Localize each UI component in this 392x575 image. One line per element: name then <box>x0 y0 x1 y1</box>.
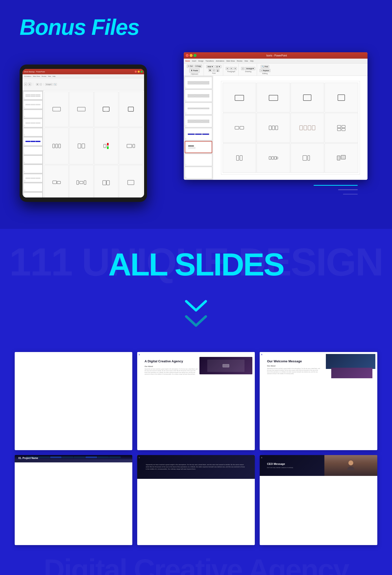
tablet-cell-4 <box>119 92 143 127</box>
slides-preview-section: 1 About Us. <box>0 347 392 575</box>
slide-welcome-subtitle: Our About <box>267 365 321 367</box>
slide-thumb-1[interactable]: 1 <box>185 77 212 89</box>
ceo-face-placeholder <box>324 455 377 476</box>
agency-image-bg <box>199 357 252 374</box>
ppt-window: × − + Isoris - PowerPoint Home Insert De… <box>184 52 368 180</box>
slide-thumb-7[interactable]: 7 <box>185 154 212 166</box>
svg-rect-9 <box>300 126 303 130</box>
font-select[interactable]: Arial ▼ <box>206 65 214 68</box>
slide-preview-5: 5 Apparently we have reached a great ins… <box>137 455 255 545</box>
find-btn[interactable]: 🔍 Find <box>261 65 269 69</box>
slide-agency-title: A Digital Creative Agency <box>145 359 198 363</box>
ribbon-tab-slideshow[interactable]: Slide Show <box>226 60 235 62</box>
tablet-slide-9[interactable]: 9 <box>23 165 43 173</box>
tablet-tab-animations[interactable]: Animations <box>24 75 31 77</box>
font-size[interactable]: 12 ▼ <box>215 65 221 68</box>
tablet-arrange-btn[interactable]: Arrange▼ <box>45 83 53 86</box>
copy-btn[interactable]: ⎘ Copy <box>194 65 202 68</box>
align-center[interactable]: ≡ <box>230 67 233 70</box>
slide-thumb-6-selected[interactable]: ▓▓▓▓▓▓▓▓ ▒▒▒▒▒▒▒▒▒▒▒▒▒▒ ▒▒▒▒▒▒▒▒▒▒▒▒▒▒ 6 <box>185 141 212 153</box>
ribbon-tab-help[interactable]: Help <box>250 60 253 62</box>
tablet-slide-6[interactable]: 6 <box>23 137 43 145</box>
svg-rect-5 <box>240 126 244 129</box>
tablet-tab-help[interactable]: Help <box>52 75 55 77</box>
tablet-tab-review[interactable]: Review <box>42 75 46 77</box>
chevron-double-down <box>184 300 208 328</box>
deco-line-gray-2 <box>343 194 358 194</box>
tablet-italic-btn[interactable]: I <box>40 83 42 86</box>
paste-btn[interactable]: ⬇ Paste <box>189 69 200 72</box>
ppt-title: Isoris - PowerPoint <box>196 54 357 57</box>
tablet-tab-view[interactable]: View <box>48 75 51 77</box>
tablet-slide-12[interactable]: 12 <box>23 192 43 197</box>
tablet-slide-4[interactable]: 4 <box>23 119 43 127</box>
chevron-v-2 <box>184 315 208 328</box>
ribbon-tab-view[interactable]: View <box>244 60 248 62</box>
arrange-btn[interactable]: Arrange▼ <box>245 67 255 70</box>
slide-3-number: 5 <box>261 354 262 356</box>
tablet-bold-btn[interactable]: B <box>36 83 39 86</box>
tablet-close[interactable] <box>135 71 137 72</box>
ribbon-tab-home[interactable]: Home <box>185 60 190 62</box>
ribbon-tab-insert[interactable]: Insert <box>192 60 196 62</box>
align-right[interactable]: ≡ <box>234 67 237 70</box>
ppt-main-content: 1 2 3 <box>184 76 368 180</box>
tablet-slide-1[interactable]: 1 <box>23 91 43 100</box>
svg-rect-38 <box>104 144 106 148</box>
slide-thumb-3[interactable]: 3 <box>185 102 212 115</box>
replace-btn[interactable]: ↔ Replace <box>260 69 270 72</box>
ribbon-tab-design[interactable]: Design <box>198 60 204 62</box>
underline-btn[interactable]: U <box>216 69 219 72</box>
ribbon-tab-animations[interactable]: Animations <box>216 60 224 62</box>
slide-agency-text-area: A Digital Creative Agency Our About Appa… <box>141 356 202 380</box>
tablet-slide-2[interactable]: 2 <box>23 100 43 109</box>
tablet-min[interactable] <box>138 71 140 72</box>
key-4 <box>74 456 85 458</box>
svg-rect-30 <box>103 107 109 111</box>
tablet-find-btn[interactable]: 🔍 <box>53 83 57 86</box>
cut-btn[interactable]: ✂ Cut <box>187 65 194 68</box>
minimize-button[interactable]: − <box>190 54 193 57</box>
slide-preview-6-inner: 6 CEO Message Don't ever stop; maintain … <box>260 455 377 542</box>
tablet-slide-10[interactable]: 10 <box>23 174 43 182</box>
svg-rect-46 <box>80 181 83 184</box>
ppt-slides-panel[interactable]: 1 2 3 <box>184 76 213 180</box>
tablet-device: Diroic Backup - PowerPoint Animations Sl… <box>20 65 147 202</box>
tablet-tab-slideshow[interactable]: Slide Show <box>33 75 40 77</box>
tablet-slides-panel[interactable]: 1 2 3 <box>22 91 43 197</box>
slide-welcome-content: 5 Our Welcome Message Our About Apparent… <box>260 352 377 382</box>
ppt-titlebar: × − + Isoris - PowerPoint <box>184 52 368 59</box>
tablet-slide-5[interactable]: 5 <box>23 128 43 136</box>
ppt-main-slide-area[interactable] <box>213 76 368 180</box>
ribbon-tab-review[interactable]: Review <box>237 60 242 62</box>
tablet-paste-btn[interactable]: ⬇ <box>28 83 31 86</box>
tablet-slide-11[interactable]: 11 <box>23 183 43 191</box>
svg-rect-2 <box>303 95 311 101</box>
ribbon-tab-transitions[interactable]: Transitions <box>206 60 214 62</box>
tablet-slide-7[interactable]: 7 <box>23 146 43 155</box>
tablet-cell-5 <box>44 128 69 164</box>
slide-thumb-5[interactable]: 5 <box>185 128 212 140</box>
align-left[interactable]: ≡ <box>226 67 229 70</box>
slide-thumb-2[interactable]: 2 <box>185 90 212 101</box>
slide-thumb-4[interactable]: 4 <box>185 115 212 127</box>
bold-btn[interactable]: B <box>208 69 212 72</box>
maximize-button[interactable]: + <box>194 54 196 57</box>
slide-ceo-body: Don't ever stop; maintain a balance of c… <box>267 467 321 469</box>
tablet-max[interactable] <box>141 71 143 72</box>
tablet-titlebar: Diroic Backup - PowerPoint <box>22 69 144 74</box>
ppt-window-controls: × − + <box>186 54 196 57</box>
svg-rect-22 <box>276 157 278 159</box>
close-button[interactable]: × <box>186 54 189 57</box>
digital-creative-watermark-area: Digital Creative Agency <box>15 555 377 575</box>
svg-rect-25 <box>337 156 340 160</box>
slide-6-number: 6 <box>261 456 262 459</box>
svg-rect-24 <box>308 156 310 160</box>
tablet-cell-3 <box>94 92 118 127</box>
slide-thumb-8[interactable]: 8 <box>185 167 212 179</box>
tablet-cut-btn[interactable]: ✂ <box>24 83 27 86</box>
tablet-slide-3[interactable]: 3 <box>23 110 43 118</box>
tablet-slide-8[interactable]: 8 <box>23 156 43 164</box>
italic-btn[interactable]: I <box>212 69 215 72</box>
shape-btn[interactable]: □ <box>241 67 244 70</box>
